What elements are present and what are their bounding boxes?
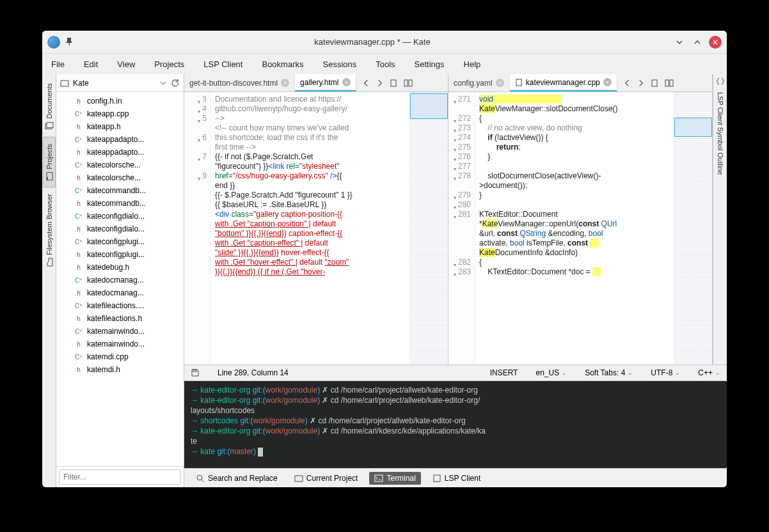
tree-item[interactable]: C⁺katemainwindo...	[56, 325, 184, 338]
filter-input[interactable]	[59, 469, 181, 485]
tree-item[interactable]: C⁺katedocmanag...	[56, 274, 184, 286]
tree-item[interactable]: hkateappadapto...	[56, 146, 184, 159]
right-tool-rail: LSP Client Symbol Outline	[713, 74, 727, 364]
tree-item[interactable]: hkatefileactions.h	[56, 312, 184, 325]
code-area-right[interactable]: ▾271▾272▾273▾274▾275▾276▾277▾278▾279▾280…	[448, 92, 712, 364]
h-file-icon: h	[74, 122, 83, 131]
editor-pane-left: get-it-button-discover.html × gallery.ht…	[184, 74, 448, 364]
menu-edit[interactable]: Edit	[80, 57, 102, 72]
rail-lsp-symbol-outline[interactable]: LSP Client Symbol Outline	[715, 86, 725, 181]
close-icon[interactable]: ×	[496, 79, 504, 87]
minimap[interactable]	[674, 92, 712, 364]
bottom-terminal[interactable]: Terminal	[369, 472, 420, 485]
split-icon[interactable]	[404, 79, 413, 88]
cpp-file-icon: C⁺	[74, 301, 83, 310]
cpp-file-icon: C⁺	[74, 160, 83, 169]
svg-rect-9	[652, 80, 657, 86]
new-doc-icon[interactable]	[651, 79, 660, 88]
left-tool-rail: Documents Projects Filesystem Browser	[42, 74, 56, 487]
tree-item[interactable]: C⁺kateappadapto...	[56, 133, 184, 146]
bottom-lsp-client[interactable]: LSP Client	[427, 472, 486, 485]
code-content[interactable]: void KateViewManager::slotDocumentClose(…	[475, 92, 674, 364]
tab-gallery[interactable]: gallery.html ×	[295, 74, 356, 91]
menu-view[interactable]: View	[113, 57, 139, 72]
close-button[interactable]	[709, 36, 722, 49]
svg-rect-15	[375, 475, 383, 481]
tree-item[interactable]: hkatecommandb...	[56, 197, 184, 210]
minimize-button[interactable]	[673, 36, 686, 49]
tree-item[interactable]: hkatecolorsche...	[56, 171, 184, 184]
status-position[interactable]: Line 289, Column 14	[218, 368, 289, 377]
svg-rect-6	[404, 80, 408, 86]
tabbar-right: config.yaml × kateviewmanager.cpp ×	[448, 74, 712, 92]
new-doc-icon[interactable]	[390, 79, 399, 88]
tree-item[interactable]: hkatedebug.h	[56, 261, 184, 274]
tab-get-it-button[interactable]: get-it-button-discover.html ×	[184, 74, 295, 91]
tree-item[interactable]: hkateapp.h	[56, 120, 184, 133]
menu-lsp-client[interactable]: LSP Client	[200, 57, 246, 72]
tree-item[interactable]: C⁺katefileactions....	[56, 299, 184, 312]
close-icon[interactable]: ×	[281, 79, 289, 87]
bottom-current-project[interactable]: Current Project	[289, 472, 363, 485]
tree-item[interactable]: hkatemainwindo...	[56, 338, 184, 350]
tree-item[interactable]: hkatemdi.h	[56, 363, 184, 376]
svg-rect-4	[61, 81, 68, 86]
lsp-icon	[432, 474, 441, 483]
status-softtabs[interactable]: Soft Tabs: 4 ⌄	[585, 368, 633, 377]
save-icon[interactable]	[191, 368, 200, 377]
close-icon[interactable]: ×	[603, 78, 612, 86]
rail-projects[interactable]: Projects	[43, 137, 56, 188]
status-locale[interactable]: en_US ⌄	[535, 368, 567, 377]
tree-item[interactable]: hconfig.h.in	[56, 95, 184, 107]
menu-bookmarks[interactable]: Bookmarks	[258, 57, 307, 72]
status-language[interactable]: C++ ⌄	[698, 368, 720, 377]
tree-item[interactable]: hkateconfigdialo...	[56, 223, 184, 235]
cpp-file-icon: C⁺	[74, 186, 83, 195]
tab-kateviewmanager[interactable]: kateviewmanager.cpp ×	[510, 74, 617, 91]
menu-sessions[interactable]: Sessions	[319, 57, 361, 72]
menu-help[interactable]: Help	[460, 57, 485, 72]
chevron-down-icon[interactable]	[159, 79, 167, 87]
tree-item[interactable]: hkateconfigplugi...	[56, 248, 184, 261]
svg-rect-10	[665, 80, 669, 86]
main-area: get-it-button-discover.html × gallery.ht…	[184, 74, 727, 487]
menu-settings[interactable]: Settings	[411, 57, 448, 72]
braces-icon[interactable]	[716, 77, 725, 86]
minimap[interactable]	[409, 92, 448, 364]
tree-item[interactable]: C⁺katemdi.cpp	[56, 350, 184, 363]
svg-rect-16	[434, 475, 440, 481]
svg-rect-8	[516, 79, 521, 86]
tree-item[interactable]: C⁺kateconfigplugi...	[56, 235, 184, 248]
svg-rect-14	[295, 476, 303, 481]
svg-rect-11	[670, 80, 673, 86]
split-icon[interactable]	[665, 79, 674, 88]
cpp-file-icon: C⁺	[74, 237, 83, 246]
menu-file[interactable]: File	[47, 57, 68, 72]
nav-forward-icon[interactable]	[637, 79, 646, 88]
maximize-button[interactable]	[691, 36, 704, 49]
tree-item[interactable]: hkatedocmanag...	[56, 286, 184, 299]
bottom-search-replace[interactable]: Search and Replace	[191, 472, 283, 485]
pin-icon[interactable]	[64, 37, 74, 47]
tab-config-yaml[interactable]: config.yaml ×	[448, 74, 510, 91]
menu-projects[interactable]: Projects	[150, 57, 188, 72]
rail-documents[interactable]: Documents	[44, 77, 55, 137]
nav-back-icon[interactable]	[622, 79, 631, 88]
code-content[interactable]: Documentation and licence at https:// gi…	[211, 92, 409, 364]
nav-forward-icon[interactable]	[376, 79, 384, 88]
nav-back-icon[interactable]	[361, 79, 370, 88]
file-tree[interactable]: hconfig.h.inC⁺kateapp.cpphkateapp.hC⁺kat…	[56, 92, 184, 466]
rail-filesystem-browser[interactable]: Filesystem Browser	[44, 187, 55, 273]
status-encoding[interactable]: UTF-8 ⌄	[651, 368, 680, 377]
sidebar-title: Kate	[73, 79, 155, 88]
h-file-icon: h	[74, 173, 83, 182]
code-area-left[interactable]: ▾3▾4▾5▾6▾7▾9 Documentation and licence a…	[184, 92, 448, 364]
tree-item[interactable]: C⁺katecommandb...	[56, 184, 184, 197]
tree-item[interactable]: C⁺katecolorsche...	[56, 159, 184, 171]
terminal-panel[interactable]: → kate-editor-org git:(work/gomodule) ✗ …	[184, 381, 727, 468]
reload-icon[interactable]	[171, 79, 180, 88]
tree-item[interactable]: C⁺kateapp.cpp	[56, 107, 184, 120]
tree-item[interactable]: C⁺kateconfigdialo...	[56, 210, 184, 223]
menu-tools[interactable]: Tools	[372, 57, 399, 72]
close-icon[interactable]: ×	[342, 78, 351, 86]
